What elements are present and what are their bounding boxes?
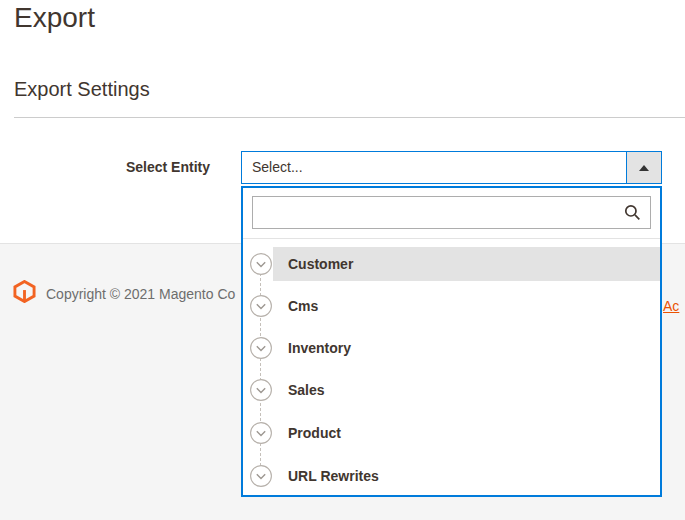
section-title: Export Settings: [14, 78, 150, 101]
option-label: Customer: [288, 247, 353, 281]
tree-option-inventory[interactable]: Inventory: [243, 331, 660, 365]
magento-logo-icon: [13, 280, 36, 303]
section-divider: [14, 117, 685, 118]
dropdown-toggle-button[interactable]: [626, 152, 661, 183]
entity-search-box: [252, 196, 651, 229]
entity-search-input[interactable]: [253, 197, 650, 228]
chevron-down-circle-icon[interactable]: [250, 379, 272, 401]
option-label: URL Rewrites: [288, 459, 379, 493]
entity-dropdown-panel: Customer Cms Inventory Sales: [241, 186, 662, 497]
select-entity-label: Select Entity: [0, 151, 210, 184]
option-label: Sales: [288, 373, 325, 407]
page-title: Export: [14, 2, 95, 34]
tree-option-cms[interactable]: Cms: [243, 289, 660, 323]
entity-select-value: Select...: [252, 152, 621, 183]
chevron-down-circle-icon[interactable]: [250, 337, 272, 359]
chevron-down-circle-icon[interactable]: [250, 295, 272, 317]
tree-option-url-rewrites[interactable]: URL Rewrites: [243, 459, 660, 493]
chevron-down-circle-icon[interactable]: [250, 465, 272, 487]
option-label: Product: [288, 416, 341, 450]
option-label: Inventory: [288, 331, 351, 365]
chevron-down-circle-icon[interactable]: [250, 253, 272, 275]
triangle-up-icon: [639, 165, 649, 171]
tree-option-customer[interactable]: Customer: [243, 247, 660, 281]
footer-link[interactable]: Ac: [663, 298, 679, 314]
option-label: Cms: [288, 289, 318, 323]
tree-option-product[interactable]: Product: [243, 416, 660, 450]
chevron-down-circle-icon[interactable]: [250, 422, 272, 444]
search-divider: [243, 238, 660, 239]
entity-select[interactable]: Select...: [241, 151, 662, 184]
tree-option-sales[interactable]: Sales: [243, 373, 660, 407]
copyright-text: Copyright © 2021 Magento Co: [46, 284, 235, 304]
